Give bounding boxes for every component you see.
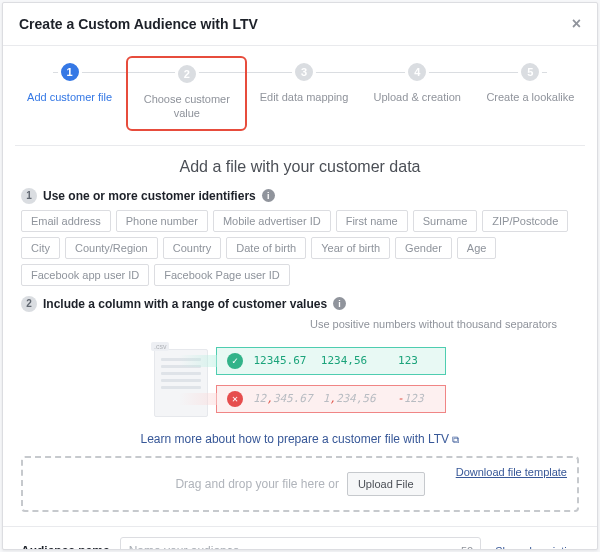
close-icon[interactable]: ×: [572, 15, 581, 33]
example-value: 1234,56: [317, 354, 371, 367]
step-number: 5: [518, 60, 542, 84]
step-edit-data-mapping[interactable]: 3 Edit data mapping: [247, 60, 360, 104]
section-label: Use one or more customer identifiers: [43, 189, 256, 203]
identifier-tag[interactable]: Year of birth: [311, 237, 390, 259]
example-value: 12,345.67: [253, 392, 313, 405]
step-number: 2: [175, 62, 199, 86]
step-number: 4: [405, 60, 429, 84]
identifier-tag[interactable]: Gender: [395, 237, 452, 259]
external-link-icon: ⧉: [452, 434, 459, 445]
cross-icon: ✕: [227, 391, 243, 407]
step-label: Create a lookalike: [486, 90, 574, 104]
footer: Audience name 50 Show description: [3, 526, 597, 550]
upload-file-button[interactable]: Upload File: [347, 472, 425, 496]
modal-header: Create a Custom Audience with LTV ×: [3, 3, 597, 46]
dropzone-text: Drag and drop your file here or: [175, 477, 338, 491]
page-title: Add a file with your customer data: [21, 158, 579, 176]
stepper: 1 Add customer file 2 Choose customer va…: [3, 46, 597, 131]
modal-title: Create a Custom Audience with LTV: [19, 16, 258, 32]
identifier-tag[interactable]: Surname: [413, 210, 478, 232]
section-number: 2: [21, 296, 37, 312]
example-value: -123: [386, 392, 435, 405]
char-count: 50: [461, 545, 473, 550]
step-choose-customer-value[interactable]: 2 Choose customer value: [126, 56, 247, 131]
step-upload-creation[interactable]: 4 Upload & creation: [361, 60, 474, 104]
check-icon: ✓: [227, 353, 243, 369]
identifier-tag[interactable]: Mobile advertiser ID: [213, 210, 331, 232]
step-add-customer-file[interactable]: 1 Add customer file: [13, 60, 126, 104]
identifier-tag[interactable]: County/Region: [65, 237, 158, 259]
audience-name-label: Audience name: [21, 544, 110, 550]
section-values: 2 Include a column with a range of custo…: [21, 296, 579, 312]
identifier-tag[interactable]: First name: [336, 210, 408, 232]
identifier-tag[interactable]: Age: [457, 237, 497, 259]
modal: Create a Custom Audience with LTV × 1 Ad…: [2, 2, 598, 550]
value-hint: Use positive numbers without thousand se…: [21, 318, 579, 330]
step-label: Choose customer value: [139, 92, 234, 121]
learn-more: Learn more about how to prepare a custom…: [21, 432, 579, 446]
identifier-tag[interactable]: Phone number: [116, 210, 208, 232]
step-label: Edit data mapping: [260, 90, 349, 104]
content: Add a file with your customer data 1 Use…: [3, 146, 597, 526]
identifier-tag[interactable]: Email address: [21, 210, 111, 232]
example-value: 12345.67: [253, 354, 307, 367]
step-number: 3: [292, 60, 316, 84]
identifier-tag[interactable]: Facebook Page user ID: [154, 264, 290, 286]
section-identifiers: 1 Use one or more customer identifiers i: [21, 188, 579, 204]
section-number: 1: [21, 188, 37, 204]
show-description-link[interactable]: Show description: [495, 545, 579, 550]
step-number: 1: [58, 60, 82, 84]
identifier-tag[interactable]: Country: [163, 237, 222, 259]
identifier-tag[interactable]: Date of birth: [226, 237, 306, 259]
info-icon[interactable]: i: [333, 297, 346, 310]
info-icon[interactable]: i: [262, 189, 275, 202]
example-value: 123: [381, 354, 435, 367]
identifier-tag[interactable]: City: [21, 237, 60, 259]
step-create-lookalike[interactable]: 5 Create a lookalike: [474, 60, 587, 104]
example-illustration: ✓ 12345.67 1234,56 123 ✕ 12,345.67 1,234…: [21, 336, 579, 424]
identifier-tags: Email address Phone number Mobile advert…: [21, 210, 579, 286]
learn-more-link[interactable]: Learn more about how to prepare a custom…: [141, 432, 460, 446]
audience-name-input[interactable]: [120, 537, 482, 550]
example-value: 1,234,56: [323, 392, 376, 405]
download-template-link[interactable]: Download file template: [456, 466, 567, 478]
example-bad-row: ✕ 12,345.67 1,234,56 -123: [216, 385, 446, 413]
identifier-tag[interactable]: ZIP/Postcode: [482, 210, 568, 232]
example-good-row: ✓ 12345.67 1234,56 123: [216, 347, 446, 375]
step-label: Upload & creation: [373, 90, 460, 104]
step-label: Add customer file: [27, 90, 112, 104]
file-dropzone[interactable]: Download file template Drag and drop you…: [21, 456, 579, 512]
section-label: Include a column with a range of custome…: [43, 297, 327, 311]
identifier-tag[interactable]: Facebook app user ID: [21, 264, 149, 286]
